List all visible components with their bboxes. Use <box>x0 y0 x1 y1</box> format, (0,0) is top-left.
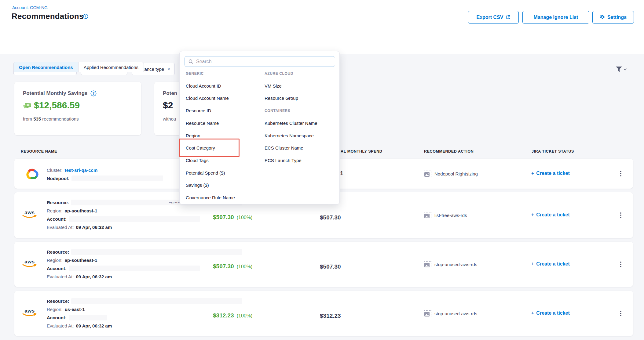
chevron-down-icon <box>624 68 627 71</box>
dropdown-item-cloud-account-id[interactable]: Cloud Account ID <box>186 80 256 92</box>
resource-info-line: Evaluated At:09 Apr, 06:32 am <box>47 224 242 230</box>
create-ticket-link[interactable]: +Create a ticket <box>531 171 570 176</box>
potential-monthly-savings-card: Potential Monthly Savings ? $12,586.59 f… <box>14 82 141 135</box>
redacted-value <box>69 216 200 222</box>
recommended-action: stop-unused-aws-rds <box>424 310 477 316</box>
resource-info-line: Cluster:test-sri-qa-ccm <box>47 167 163 173</box>
create-ticket-link[interactable]: +Create a ticket <box>531 212 570 218</box>
dropdown-section-generic: GENERIC <box>186 67 204 80</box>
recommendation-type-icon <box>424 261 431 267</box>
column-header-jira-ticket-status: JIRA TICKET STATUS <box>532 149 574 154</box>
field-label: Account: <box>47 266 67 271</box>
resource-info-line: Evaluated At:09 Apr, 06:32 am <box>47 323 242 329</box>
resource-info-line: Resource: <box>47 249 242 255</box>
resource-info-line: Resource: <box>47 298 242 304</box>
savings-card-title: Potential Monthly Savings <box>23 90 88 96</box>
row-menu-button[interactable] <box>619 311 623 316</box>
table-row[interactable]: awsResource:Region:ap-southeast-1Account… <box>14 242 633 287</box>
field-value: 09 Apr, 06:32 am <box>76 274 112 279</box>
aws-icon: aws <box>22 259 38 268</box>
tab-open-recommendations[interactable]: Open Recommendations <box>14 62 79 72</box>
filter-bar: Recommendation TypeCloud ProviderInstanc… <box>0 27 644 54</box>
tab-applied-recommendations[interactable]: Applied Recommendations <box>79 62 144 72</box>
dropdown-item-ecs-cluster-name[interactable]: ECS Cluster Name <box>265 142 335 154</box>
field-value: 09 Apr, 06:32 am <box>76 225 112 230</box>
field-label: Region: <box>47 258 63 263</box>
spend-card-value-partial: $2 <box>163 100 173 110</box>
dropdown-item-potential-spend-[interactable]: Potential Spend ($) <box>186 167 256 179</box>
field-label: Resource: <box>47 249 69 255</box>
recommendation-type-icon <box>424 310 431 316</box>
create-ticket-label: Create a ticket <box>536 310 569 316</box>
gcp-cloud-icon <box>25 168 39 180</box>
resource-info-line: Evaluated At:09 Apr, 06:32 am <box>47 273 242 280</box>
add-filter-dropdown: GENERICCloud Account IDCloud Account Nam… <box>179 51 340 204</box>
field-label: Region: <box>47 208 63 213</box>
dropdown-item-cloud-account-name[interactable]: Cloud Account Name <box>186 92 256 104</box>
question-circle-icon[interactable]: ? <box>90 90 97 96</box>
row-menu-button[interactable] <box>619 262 623 267</box>
dropdown-item-kubernetes-cluster-name[interactable]: Kubernetes Cluster Name <box>265 117 335 129</box>
recommendation-type-icon <box>424 171 431 177</box>
resource-info: Cluster:test-sri-qa-ccmNodepool: <box>47 167 163 181</box>
dropdown-item-cloud-tags[interactable]: Cloud Tags <box>186 154 256 167</box>
breadcrumb-account-link[interactable]: Account: CCM-NG <box>12 5 48 10</box>
field-value: ap-southeast-1 <box>65 208 97 213</box>
plus-icon: + <box>531 171 534 176</box>
row-menu-button[interactable] <box>619 212 623 218</box>
dropdown-section-azure-cloud: AZURE CLOUD <box>265 67 293 80</box>
create-ticket-label: Create a ticket <box>536 261 569 267</box>
aws-icon: aws <box>22 210 38 219</box>
recommendation-type-icon <box>424 212 431 218</box>
info-icon[interactable] <box>83 14 88 19</box>
settings-button[interactable]: Settings <box>592 11 634 24</box>
field-label: Evaluated At: <box>47 225 74 230</box>
recommendations-tabs: Open Recommendations Applied Recommendat… <box>13 62 144 72</box>
field-label: Resource: <box>47 200 69 205</box>
savings-card-value: $12,586.59 <box>34 100 80 110</box>
dropdown-item-ecs-launch-type[interactable]: ECS Launch Type <box>265 154 335 167</box>
dropdown-item-resource-name[interactable]: Resource Name <box>186 117 256 129</box>
field-value: ap-southeast-1 <box>65 258 97 263</box>
manage-ignore-list-label: Manage Ignore List <box>534 15 578 20</box>
search-input[interactable] <box>196 59 331 64</box>
monthly-spend-value: $507.30 <box>320 263 341 270</box>
create-ticket-label: Create a ticket <box>536 171 569 176</box>
dropdown-item-savings-[interactable]: Savings ($) <box>186 179 256 191</box>
monthly-spend-value: $312.23 <box>320 313 341 319</box>
create-ticket-link[interactable]: +Create a ticket <box>531 310 570 316</box>
svg-text:?: ? <box>92 92 94 95</box>
recommended-action: stop-unused-aws-rds <box>424 261 477 267</box>
dropdown-item-resource-id[interactable]: Resource ID <box>186 104 256 117</box>
resource-info-line: Nodepool: <box>47 175 163 181</box>
table-row[interactable]: awsResource:Region:us-east-1Account:Eval… <box>14 291 633 336</box>
column-header-monthly-spend-partial: AL MONTHLY SPEND <box>341 149 382 154</box>
close-icon[interactable]: × <box>167 67 170 72</box>
dropdown-item-kubernetes-namespace[interactable]: Kubernetes Namespace <box>265 129 335 142</box>
manage-ignore-list-button[interactable]: Manage Ignore List <box>522 11 589 24</box>
recommended-action: Nodepool Rightsizing <box>424 171 478 177</box>
field-label: Account: <box>47 216 67 222</box>
row-menu-button[interactable] <box>619 171 623 176</box>
dropdown-item-governance-rule-name[interactable]: Governance Rule Name <box>186 191 256 204</box>
dropdown-item-region[interactable]: Region <box>186 129 256 142</box>
resource-info-line: Region:ap-southeast-1 <box>47 257 242 263</box>
aws-icon: aws <box>22 309 38 317</box>
funnel-icon <box>616 66 622 72</box>
dropdown-item-resource-group[interactable]: Resource Group <box>265 92 335 104</box>
redacted-value <box>71 249 242 255</box>
redacted-value <box>71 175 163 181</box>
dropdown-item-vm-size[interactable]: VM Size <box>265 80 335 92</box>
export-csv-button[interactable]: Export CSV <box>468 11 519 24</box>
resource-info-line: Region:us-east-1 <box>47 306 242 312</box>
field-label: Evaluated At: <box>47 274 74 279</box>
field-label: Resource: <box>47 298 69 304</box>
field-label: Evaluated At: <box>47 323 74 328</box>
filter-funnel-button[interactable] <box>616 66 627 72</box>
create-ticket-link[interactable]: +Create a ticket <box>531 261 570 267</box>
dropdown-search[interactable] <box>185 56 335 67</box>
recommended-action-label: list-free-aws-rds <box>434 213 467 218</box>
dropdown-item-cost-category[interactable]: Cost Category <box>186 142 256 154</box>
resource-link[interactable]: test-sri-qa-ccm <box>65 168 98 173</box>
plus-icon: + <box>531 261 534 267</box>
